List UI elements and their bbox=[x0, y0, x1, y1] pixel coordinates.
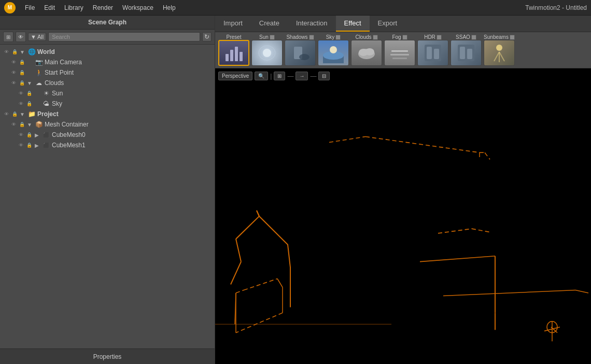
startpoint-expand bbox=[26, 69, 33, 76]
toolbar-icon-btn-1[interactable]: ⊞ bbox=[3, 32, 13, 42]
camera-vis-icon[interactable]: 👁 bbox=[9, 58, 18, 66]
all-dropdown[interactable]: ▼ All bbox=[28, 33, 46, 41]
sun-label: Sun bbox=[52, 90, 63, 97]
sun-vis-icon[interactable]: 👁 bbox=[17, 89, 25, 97]
effect-ssao[interactable]: SSAO bbox=[451, 34, 482, 66]
tree-item-project[interactable]: 👁 🔒 ▼ 📁 Project bbox=[0, 109, 215, 119]
tree-item-mesh-container[interactable]: 👁 🔒 ▼ 📦 Mesh Container bbox=[7, 119, 215, 130]
viewport[interactable]: Perspective 🔍 | ⊞ — → — ⊟ bbox=[215, 68, 591, 364]
cube0-vis-icon[interactable]: 👁 bbox=[17, 131, 25, 139]
vp-grid[interactable]: ⊞ bbox=[274, 72, 285, 80]
fog-thumb[interactable] bbox=[384, 40, 415, 66]
tab-create[interactable]: Create bbox=[251, 16, 288, 32]
sun-thumb[interactable] bbox=[251, 40, 283, 66]
clouds-expand[interactable]: ▼ bbox=[26, 79, 33, 87]
clouds-lock-icon[interactable]: 🔒 bbox=[18, 79, 26, 87]
sky-checkbox[interactable] bbox=[335, 35, 341, 40]
ssao-thumb[interactable] bbox=[451, 40, 482, 66]
menu-library[interactable]: Library bbox=[60, 3, 88, 12]
world-lock-icon[interactable]: 🔒 bbox=[10, 48, 19, 56]
sun-row-icons: 👁 🔒 bbox=[17, 89, 33, 97]
menu-render[interactable]: Render bbox=[89, 3, 117, 12]
world-vis-icon[interactable]: 👁 bbox=[2, 48, 10, 56]
project-expand[interactable]: ▼ bbox=[19, 110, 26, 118]
camera-expand bbox=[26, 59, 33, 66]
shadows-checkbox[interactable] bbox=[309, 35, 314, 40]
menu-help[interactable]: Help bbox=[159, 3, 180, 12]
mesh-lock-icon[interactable]: 🔒 bbox=[18, 120, 26, 129]
tree-item-world[interactable]: 👁 🔒 ▼ 🌐 World bbox=[0, 47, 215, 57]
effect-sun[interactable]: Sun bbox=[251, 34, 283, 66]
cube1-vis-icon[interactable]: 👁 bbox=[17, 141, 25, 149]
tree-item-main-camera[interactable]: 👁 🔒 📷 Main Camera bbox=[7, 57, 215, 67]
menu-file[interactable]: File bbox=[21, 3, 39, 12]
effect-sunbeams[interactable]: Sunbeams bbox=[484, 34, 515, 66]
sky-lock-icon[interactable]: 🔒 bbox=[25, 100, 33, 108]
camera-lock-icon[interactable]: 🔒 bbox=[18, 58, 26, 66]
svg-line-36 bbox=[236, 313, 283, 332]
tab-export[interactable]: Export bbox=[370, 16, 406, 32]
sunbeams-thumb[interactable] bbox=[484, 40, 515, 66]
cube1-lock-icon[interactable]: 🔒 bbox=[25, 141, 33, 149]
preset-thumb[interactable] bbox=[218, 40, 249, 66]
hdr-checkbox[interactable] bbox=[437, 35, 442, 40]
clouds-checkbox[interactable] bbox=[373, 35, 378, 40]
effect-sky[interactable]: Sky bbox=[318, 34, 349, 66]
project-vis-icon[interactable]: 👁 bbox=[2, 110, 10, 118]
toolbar-icon-btn-2[interactable]: 👁 bbox=[16, 32, 26, 42]
svg-point-10 bbox=[330, 46, 337, 53]
ssao-checkbox[interactable] bbox=[471, 35, 476, 40]
sky-vis-icon[interactable]: 👁 bbox=[17, 100, 25, 108]
effect-clouds[interactable]: Clouds bbox=[351, 34, 382, 66]
tab-interaction[interactable]: Interaction bbox=[288, 16, 336, 32]
refresh-button[interactable]: ↻ bbox=[202, 32, 212, 41]
effect-fog[interactable]: Fog bbox=[384, 34, 415, 66]
menu-edit[interactable]: Edit bbox=[40, 3, 59, 12]
effect-preset[interactable]: Preset bbox=[218, 34, 249, 66]
wireframe-canvas bbox=[215, 68, 591, 364]
cube0-expand[interactable]: ▶ bbox=[33, 131, 40, 138]
camera-label: Main Camera bbox=[45, 59, 82, 66]
sky-thumb[interactable] bbox=[318, 40, 349, 66]
menu-workspace[interactable]: Workspace bbox=[118, 3, 158, 12]
effect-hdr[interactable]: HDR bbox=[417, 34, 448, 66]
clouds-vis-icon[interactable]: 👁 bbox=[9, 79, 18, 87]
mesh-expand[interactable]: ▼ bbox=[26, 121, 33, 128]
fog-checkbox[interactable] bbox=[402, 35, 407, 40]
svg-line-45 bbox=[420, 256, 495, 262]
perspective-button[interactable]: Perspective bbox=[218, 72, 252, 80]
project-lock-icon[interactable]: 🔒 bbox=[10, 110, 19, 118]
effect-shadows[interactable]: Shadows bbox=[285, 34, 316, 66]
sun-checkbox[interactable] bbox=[270, 35, 275, 40]
sun-lock-icon[interactable]: 🔒 bbox=[25, 89, 33, 97]
tree-item-clouds[interactable]: 👁 🔒 ▼ ☁ Clouds bbox=[7, 78, 215, 88]
vp-zoom-out[interactable]: ⊟ bbox=[318, 72, 330, 80]
camera-row-icons: 👁 🔒 bbox=[9, 58, 26, 66]
vp-zoom-in[interactable]: 🔍 bbox=[255, 72, 268, 80]
shadows-thumb[interactable] bbox=[285, 40, 316, 66]
tab-effect[interactable]: Effect bbox=[336, 16, 370, 32]
mesh-vis-icon[interactable]: 👁 bbox=[9, 120, 18, 129]
tree-item-cubemesh1[interactable]: 👁 🔒 ▶ ⬛ CubeMesh1 bbox=[15, 140, 215, 150]
tree-item-start-point[interactable]: 👁 🔒 🚶 Start Point bbox=[7, 67, 215, 78]
clouds-thumb[interactable] bbox=[351, 40, 382, 66]
svg-line-24 bbox=[494, 52, 499, 61]
sun-icon: ☀ bbox=[42, 89, 50, 97]
sunbeams-checkbox[interactable] bbox=[510, 35, 515, 40]
vp-arrow[interactable]: → bbox=[295, 72, 308, 80]
camera-icon: 📷 bbox=[35, 58, 43, 66]
cube0-lock-icon[interactable]: 🔒 bbox=[25, 131, 33, 139]
top-tabs: Import Create Interaction Effect Export bbox=[215, 16, 591, 32]
tree-item-sun[interactable]: 👁 🔒 ☀ Sun bbox=[15, 88, 215, 99]
search-input[interactable] bbox=[48, 32, 200, 41]
world-expand[interactable]: ▼ bbox=[19, 48, 26, 55]
tree-item-sky[interactable]: 👁 🔒 🌤 Sky bbox=[15, 99, 215, 109]
startpoint-lock-icon[interactable]: 🔒 bbox=[18, 68, 26, 77]
startpoint-vis-icon[interactable]: 👁 bbox=[9, 68, 18, 77]
hdr-thumb[interactable] bbox=[417, 40, 448, 66]
scene-graph-title: Scene Graph bbox=[88, 19, 126, 26]
svg-line-41 bbox=[236, 239, 241, 262]
cube1-expand[interactable]: ▶ bbox=[33, 142, 40, 149]
tree-item-cubemesh0[interactable]: 👁 🔒 ▶ ⬛ CubeMesh0 bbox=[15, 130, 215, 140]
tab-import[interactable]: Import bbox=[215, 16, 251, 32]
